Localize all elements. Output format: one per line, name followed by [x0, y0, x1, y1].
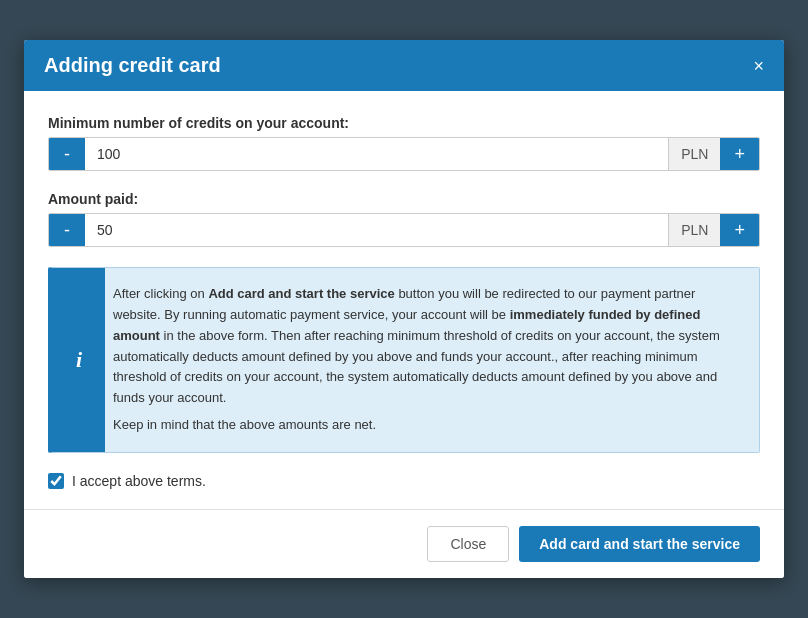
amount-plus-button[interactable]: + — [720, 214, 759, 246]
accept-terms-row: I accept above terms. — [48, 473, 760, 489]
minimum-credits-input[interactable] — [85, 138, 668, 170]
modal-body: Minimum number of credits on your accoun… — [24, 91, 784, 509]
modal-footer: Close Add card and start the service — [24, 509, 784, 578]
amount-paid-input[interactable] — [85, 214, 668, 246]
minimum-credits-label: Minimum number of credits on your accoun… — [48, 115, 760, 131]
info-box: i After clicking on Add card and start t… — [48, 267, 760, 453]
info-paragraph-2: Keep in mind that the above amounts are … — [113, 415, 743, 436]
accept-terms-label: I accept above terms. — [72, 473, 206, 489]
minimum-minus-button[interactable]: - — [49, 138, 85, 170]
minimum-credits-input-row: - PLN + — [48, 137, 760, 171]
add-card-button[interactable]: Add card and start the service — [519, 526, 760, 562]
amount-paid-label: Amount paid: — [48, 191, 760, 207]
modal-close-x-button[interactable]: × — [753, 57, 764, 75]
info-bold-1: Add card and start the service — [208, 286, 394, 301]
modal-overlay: Adding credit card × Minimum number of c… — [0, 0, 808, 618]
amount-minus-button[interactable]: - — [49, 214, 85, 246]
info-text: After clicking on Add card and start the… — [113, 284, 743, 436]
amount-currency-label: PLN — [668, 214, 720, 246]
amount-paid-group: Amount paid: - PLN + — [48, 191, 760, 247]
info-bold-2: immediately funded by defined amount — [113, 307, 700, 343]
amount-paid-input-row: - PLN + — [48, 213, 760, 247]
minimum-credits-group: Minimum number of credits on your accoun… — [48, 115, 760, 171]
info-icon: i — [76, 342, 82, 377]
accept-terms-checkbox[interactable] — [48, 473, 64, 489]
minimum-plus-button[interactable]: + — [720, 138, 759, 170]
modal-title: Adding credit card — [44, 54, 221, 77]
info-icon-wrap: i — [53, 268, 105, 452]
minimum-currency-label: PLN — [668, 138, 720, 170]
info-paragraph-1: After clicking on Add card and start the… — [113, 284, 743, 409]
modal-header: Adding credit card × — [24, 40, 784, 91]
modal-dialog: Adding credit card × Minimum number of c… — [24, 40, 784, 578]
close-button[interactable]: Close — [427, 526, 509, 562]
